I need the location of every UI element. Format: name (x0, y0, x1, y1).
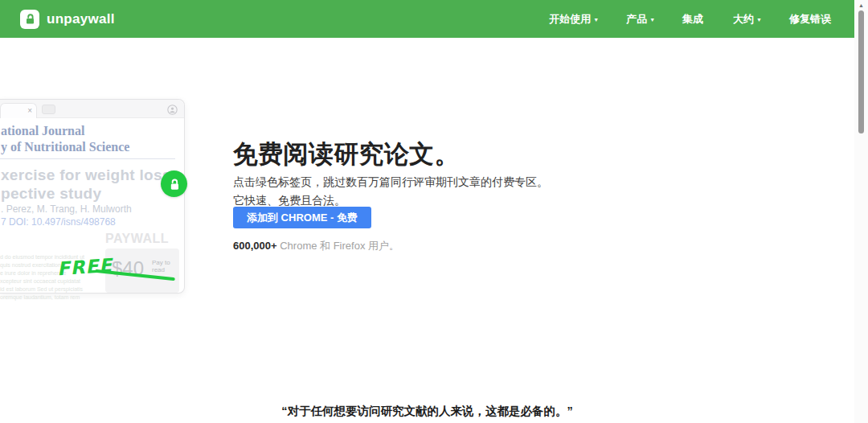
nav-item-label: 集成 (682, 12, 703, 27)
journal-line: y of Nutritional Science (1, 139, 129, 155)
testimonial-quote: “对于任何想要访问研究文献的人来说，这都是必备的。” (0, 404, 854, 419)
unpaywall-logo[interactable]: unpaywall (20, 10, 115, 29)
chevron-down-icon: ▼ (649, 17, 655, 23)
body-line: oremque laudantium, totam rem (0, 294, 104, 302)
pay-to-read-label: Pay to read (152, 259, 170, 273)
nav-links: 开始使用 ▼ 产品 ▼ 集成 大约 ▼ 修复错误 (549, 12, 833, 27)
nav-item-get-started[interactable]: 开始使用 ▼ (549, 12, 599, 27)
chevron-down-icon: ▼ (756, 17, 762, 23)
pay-to-line: Pay to (152, 259, 170, 266)
divider (0, 158, 175, 159)
nav-item-label: 大约 (733, 12, 754, 27)
nav-item-label: 产品 (626, 12, 647, 27)
user-count: 600,000+ Chrome 和 Firefox 用户。 (233, 239, 399, 253)
nav-item-report-error[interactable]: 修复错误 (789, 12, 833, 27)
paywall-price-box: $40 Pay to read (105, 248, 179, 293)
nav-item-products[interactable]: 产品 ▼ (626, 12, 655, 27)
body-line: id est laborum Sed ut perspiciatis (0, 285, 104, 294)
journal-line: ational Journal (1, 123, 129, 139)
article-title: xercise for weight loss: pective study (1, 166, 176, 203)
mockup-active-tab: × (0, 103, 37, 118)
paywall-label: PAYWALL (105, 232, 169, 246)
journal-masthead: ational Journal y of Nutritional Science (1, 123, 129, 155)
close-icon: × (27, 106, 32, 115)
article-authors: . Perez, M. Trang, H. Mulworth (1, 203, 132, 215)
chevron-down-icon: ▼ (593, 17, 599, 23)
pay-to-line: read (152, 266, 165, 273)
hero-subtitle: 点击绿色标签页，跳过数百万篇同行评审期刊文章的付费专区。 它快速、免费且合法。 (233, 173, 553, 210)
lock-logo-icon (20, 10, 39, 29)
body-line: xcepteur sint occaecat cupidatat (0, 277, 104, 285)
article-title-line: pective study (1, 184, 176, 203)
free-annotation: FREE (56, 255, 113, 280)
article-title-line: xercise for weight loss: (1, 166, 176, 184)
brand-name: unpaywall (47, 11, 115, 27)
scrollbar[interactable]: ▲ (854, 0, 868, 423)
nav-item-label: 修复错误 (789, 12, 831, 27)
profile-icon (167, 104, 178, 114)
unlock-badge-icon (161, 170, 187, 197)
browser-mockup: × ational Journal y of Nutritional Scien… (0, 99, 185, 294)
mockup-new-tab (42, 105, 55, 114)
user-count-number: 600,000+ (233, 240, 277, 252)
page-title: 免费阅读研究论文。 (233, 138, 460, 170)
user-count-text: Chrome 和 Firefox 用户。 (277, 240, 399, 252)
nav-item-about[interactable]: 大约 ▼ (733, 12, 762, 27)
top-navbar: unpaywall 开始使用 ▼ 产品 ▼ 集成 大约 ▼ 修复错误 (0, 0, 854, 38)
nav-item-integrations[interactable]: 集成 (682, 12, 706, 27)
mockup-tab-bar: × (0, 100, 184, 118)
scrollbar-thumb[interactable] (858, 10, 864, 133)
article-doi: 7 DOI: 10.497/isns/498768 (1, 216, 116, 228)
add-to-chrome-button[interactable]: 添加到 CHROME - 免费 (233, 207, 371, 228)
scrollbar-up-icon[interactable]: ▲ (854, 2, 868, 10)
nav-item-label: 开始使用 (549, 12, 591, 27)
